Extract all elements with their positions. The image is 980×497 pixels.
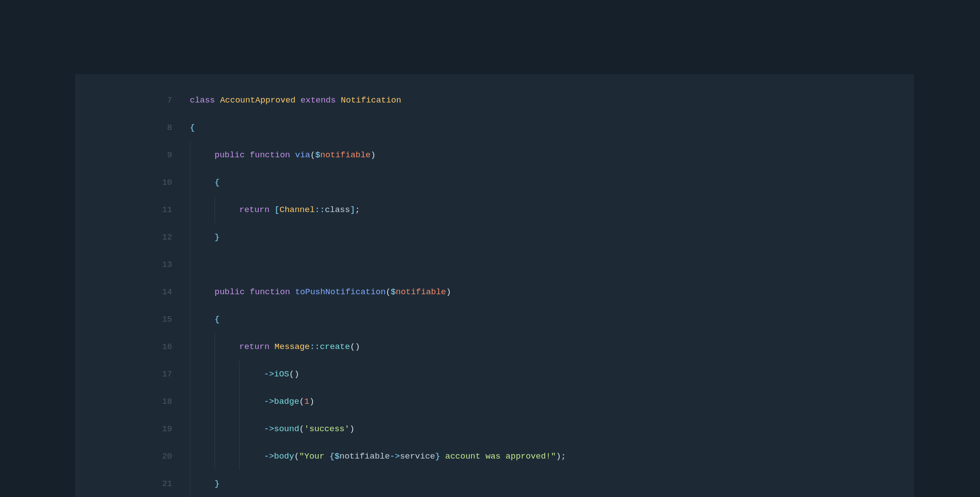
code-line[interactable]: 21} xyxy=(75,470,914,497)
code-content[interactable]: return [Channel::class]; xyxy=(239,196,360,224)
code-content[interactable]: { xyxy=(190,114,195,141)
line-number: 8 xyxy=(75,114,190,141)
code-content[interactable]: } xyxy=(215,470,219,497)
code-content[interactable]: public function toPushNotification($noti… xyxy=(215,278,451,306)
line-number: 7 xyxy=(75,87,190,114)
line-number: 12 xyxy=(75,224,190,251)
indent-guides xyxy=(190,333,239,360)
code-content[interactable]: public function via($notifiable) xyxy=(215,141,376,169)
code-line[interactable]: 7class AccountApproved extends Notificat… xyxy=(75,87,914,114)
indent-guides xyxy=(190,388,264,415)
code-content[interactable]: ->badge(1) xyxy=(264,388,314,415)
code-line[interactable]: 8{ xyxy=(75,114,914,141)
line-number: 9 xyxy=(75,141,190,169)
indent-guides xyxy=(190,224,215,251)
line-number: 10 xyxy=(75,169,190,196)
line-number: 14 xyxy=(75,278,190,306)
code-line[interactable]: 19->sound('success') xyxy=(75,415,914,443)
code-line[interactable]: 9public function via($notifiable) xyxy=(75,141,914,169)
indent-guides xyxy=(190,278,215,306)
code-content[interactable]: ->body("Your {$notifiable->service} acco… xyxy=(264,443,566,470)
code-content[interactable]: } xyxy=(215,224,219,251)
code-content[interactable]: class AccountApproved extends Notificati… xyxy=(190,87,401,114)
line-number: 19 xyxy=(75,415,190,443)
line-number: 16 xyxy=(75,333,190,360)
code-body[interactable]: 7class AccountApproved extends Notificat… xyxy=(75,87,914,497)
indent-guides xyxy=(190,141,215,169)
code-line[interactable]: 20->body("Your {$notifiable->service} ac… xyxy=(75,443,914,470)
code-line[interactable]: 18->badge(1) xyxy=(75,388,914,415)
line-number: 11 xyxy=(75,196,190,224)
code-content[interactable]: { xyxy=(215,306,219,333)
indent-guides xyxy=(190,415,264,443)
code-line[interactable]: 14public function toPushNotification($no… xyxy=(75,278,914,306)
code-line[interactable]: 17->iOS() xyxy=(75,360,914,388)
indent-guides xyxy=(190,196,239,224)
indent-guides xyxy=(190,360,264,388)
line-number: 17 xyxy=(75,360,190,388)
line-number: 13 xyxy=(75,251,190,278)
line-number: 20 xyxy=(75,443,190,470)
indent-guides xyxy=(190,443,264,470)
code-content[interactable]: ->iOS() xyxy=(264,360,299,388)
line-number: 21 xyxy=(75,470,190,497)
indent-guides xyxy=(190,306,215,333)
line-number: 15 xyxy=(75,306,190,333)
code-line[interactable]: 10{ xyxy=(75,169,914,196)
code-content[interactable]: ->sound('success') xyxy=(264,415,354,443)
code-content[interactable]: return Message::create() xyxy=(239,333,360,360)
code-content[interactable]: { xyxy=(215,169,219,196)
code-line[interactable]: 12} xyxy=(75,224,914,251)
indent-guides xyxy=(190,169,215,196)
indent-guides xyxy=(190,470,215,497)
code-line[interactable]: 16return Message::create() xyxy=(75,333,914,360)
code-line[interactable]: 15{ xyxy=(75,306,914,333)
code-line[interactable]: 13 xyxy=(75,251,914,278)
line-number: 18 xyxy=(75,388,190,415)
code-editor[interactable]: 7class AccountApproved extends Notificat… xyxy=(75,74,914,497)
indent-guides xyxy=(190,251,215,278)
code-line[interactable]: 11return [Channel::class]; xyxy=(75,196,914,224)
